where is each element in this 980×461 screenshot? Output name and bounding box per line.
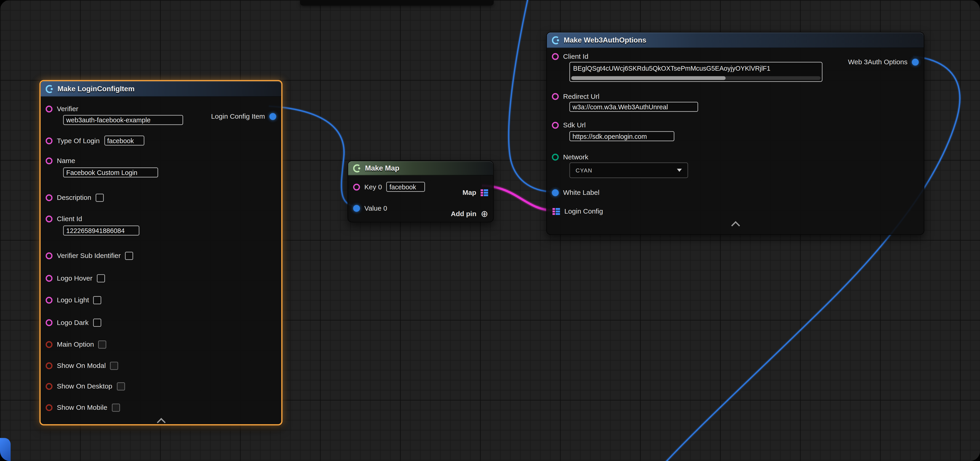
pin-label-description: Description bbox=[57, 194, 91, 201]
name-input[interactable]: Facebook Custom Login bbox=[63, 167, 158, 178]
show-on-desktop-checkbox[interactable] bbox=[117, 382, 125, 390]
verifier-sub-identifier-input[interactable] bbox=[125, 251, 134, 260]
logo-light-input[interactable] bbox=[93, 296, 102, 304]
client-id-scrollbar-track[interactable] bbox=[571, 76, 821, 80]
pin-label-show-on-mobile: Show On Mobile bbox=[57, 404, 108, 411]
type-of-login-input[interactable]: facebook bbox=[104, 136, 144, 146]
pin-logo-dark[interactable] bbox=[46, 319, 52, 326]
pin-main-option[interactable] bbox=[46, 341, 52, 348]
sdk-url-input[interactable]: https://sdk.openlogin.com bbox=[570, 131, 675, 141]
pin-label-logo-light: Logo Light bbox=[57, 296, 89, 304]
node-header-make-loginconfigitem[interactable]: Make LoginConfigItem bbox=[41, 81, 282, 97]
show-on-mobile-checkbox[interactable] bbox=[111, 403, 120, 412]
collapse-chevron[interactable] bbox=[731, 221, 740, 230]
pin-show-on-modal[interactable] bbox=[46, 362, 52, 369]
pin-verifier[interactable] bbox=[46, 105, 52, 112]
pin-label-value0: Value 0 bbox=[364, 204, 387, 212]
client-id-scrollbar-thumb[interactable] bbox=[571, 76, 726, 80]
add-pin-icon: ⊕ bbox=[481, 209, 488, 218]
pin-label-name: Name bbox=[57, 157, 75, 164]
node-make-loginconfigitem[interactable]: Make LoginConfigItem Verifier web3auth-f… bbox=[39, 80, 283, 426]
output-map: Map bbox=[463, 187, 488, 198]
make-struct-icon bbox=[46, 84, 54, 93]
pin-label-sdk-url: Sdk Url bbox=[563, 121, 586, 129]
logo-hover-input[interactable] bbox=[97, 274, 105, 282]
wire-top-to-whitelabel-glow bbox=[509, 0, 552, 192]
add-pin-button[interactable]: Add pin ⊕ bbox=[451, 208, 488, 219]
pin-login-config-map-icon[interactable] bbox=[552, 208, 560, 215]
add-pin-label: Add pin bbox=[451, 210, 477, 218]
pin-value0[interactable] bbox=[353, 205, 360, 211]
collapse-chevron[interactable] bbox=[156, 418, 165, 427]
pin-label-logo-dark: Logo Dark bbox=[57, 318, 89, 326]
map-pin-icon[interactable] bbox=[480, 189, 488, 196]
node-make-web3authoptions[interactable]: Make Web3AuthOptions Client Id BEglQSgt4… bbox=[546, 32, 924, 235]
show-on-modal-checkbox[interactable] bbox=[110, 361, 118, 370]
pin-sdk-url[interactable] bbox=[552, 121, 558, 128]
pin-web3auth-options-out[interactable] bbox=[912, 58, 919, 65]
redirect-url-input[interactable]: w3a://com.w3a.Web3AuthUnreal bbox=[570, 102, 698, 112]
pin-label-key0: Key 0 bbox=[364, 183, 382, 191]
client-id-input[interactable]: BEglQSgt4cUWcj6SKRdu5QkOXTsePmMcusG5EAoy… bbox=[570, 62, 822, 82]
make-struct-icon bbox=[552, 36, 560, 44]
node-title: Make LoginConfigItem bbox=[57, 85, 135, 92]
output-web3auth-options: Web 3Auth Options bbox=[848, 56, 919, 67]
pin-label-logo-hover: Logo Hover bbox=[57, 274, 92, 282]
pin-client-id[interactable] bbox=[46, 215, 52, 222]
pin-key0[interactable] bbox=[353, 183, 360, 190]
client-id-input[interactable]: 1222658941886084 bbox=[63, 226, 139, 235]
node-title: Make Map bbox=[365, 164, 399, 172]
blueprint-graph-stage: Make LoginConfigItem Verifier web3auth-f… bbox=[0, 0, 980, 461]
pin-verifier-sub-identifier[interactable] bbox=[46, 252, 52, 259]
pin-label-redirect-url: Redirect Url bbox=[563, 92, 600, 100]
output-label-web3auth-options: Web 3Auth Options bbox=[848, 58, 907, 66]
pin-label-client-id: Client Id bbox=[563, 52, 589, 60]
offscreen-node-bottom-left[interactable] bbox=[0, 438, 11, 461]
description-input[interactable] bbox=[95, 194, 104, 202]
main-option-checkbox[interactable] bbox=[99, 340, 107, 348]
node-header-make-map[interactable]: Make Map bbox=[348, 161, 493, 176]
network-dropdown[interactable]: CYAN bbox=[570, 162, 688, 178]
pin-show-on-mobile[interactable] bbox=[46, 404, 52, 411]
offscreen-node-top[interactable] bbox=[300, 0, 494, 6]
pin-name[interactable] bbox=[46, 157, 52, 164]
pin-label-login-config: Login Config bbox=[564, 207, 603, 215]
node-header-make-web3authoptions[interactable]: Make Web3AuthOptions bbox=[547, 32, 924, 48]
pin-label-white-label: White Label bbox=[563, 189, 600, 196]
client-id-text: BEglQSgt4cUWcj6SKRdu5QkOXTsePmMcusG5EAoy… bbox=[573, 64, 770, 72]
pin-label-show-on-desktop: Show On Desktop bbox=[57, 382, 112, 390]
pin-client-id[interactable] bbox=[552, 53, 558, 60]
blueprint-grid-canvas[interactable]: Make LoginConfigItem Verifier web3auth-f… bbox=[0, 0, 980, 461]
pin-show-on-desktop[interactable] bbox=[46, 383, 52, 389]
network-dropdown-value: CYAN bbox=[576, 167, 592, 173]
output-label-map: Map bbox=[463, 189, 476, 196]
chevron-down-icon bbox=[677, 169, 682, 172]
pin-type-of-login[interactable] bbox=[46, 137, 52, 144]
wire-top-to-whitelabel[interactable] bbox=[509, 0, 552, 192]
pin-logo-hover[interactable] bbox=[46, 275, 52, 281]
pin-network[interactable] bbox=[552, 153, 558, 160]
verifier-input[interactable]: web3auth-facebook-example bbox=[63, 115, 183, 125]
logo-dark-input[interactable] bbox=[93, 318, 101, 326]
output-label-login-config-item: Login Config Item bbox=[211, 113, 265, 120]
pin-label-verifier: Verifier bbox=[57, 105, 78, 113]
pin-white-label[interactable] bbox=[552, 189, 558, 196]
node-make-map[interactable]: Make Map Key 0 facebook Value 0 Map bbox=[347, 161, 494, 222]
pin-label-network: Network bbox=[563, 153, 589, 161]
pin-description[interactable] bbox=[46, 194, 52, 201]
pin-logo-light[interactable] bbox=[46, 296, 52, 303]
key0-input[interactable]: facebook bbox=[387, 182, 425, 192]
make-map-icon bbox=[353, 164, 361, 172]
pin-label-main-option: Main Option bbox=[57, 340, 94, 348]
output-login-config-item: Login Config Item bbox=[211, 111, 276, 122]
pin-redirect-url[interactable] bbox=[552, 93, 558, 100]
pin-label-verifier-sub-identifier: Verifier Sub Identifier bbox=[57, 252, 121, 259]
pin-label-client-id: Client Id bbox=[57, 215, 82, 223]
pin-label-show-on-modal: Show On Modal bbox=[57, 362, 106, 369]
pin-label-type-of-login: Type Of Login bbox=[57, 137, 100, 144]
node-title: Make Web3AuthOptions bbox=[564, 36, 646, 44]
pin-login-config-item-out[interactable] bbox=[269, 113, 276, 119]
